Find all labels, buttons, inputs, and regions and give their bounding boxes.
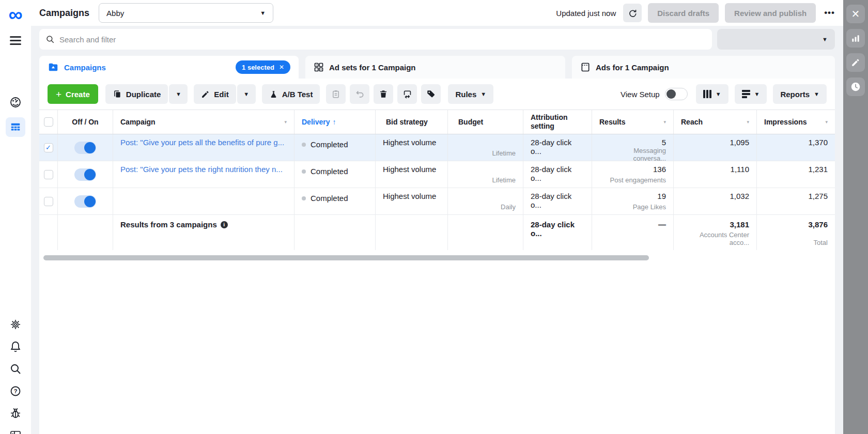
status-dot-icon [302, 196, 306, 200]
clipboard-icon [331, 89, 340, 99]
discard-drafts-button[interactable]: Discard drafts [648, 3, 719, 23]
impressions-cell: 1,370 [757, 134, 835, 161]
table-summary-row: Results from 3 campaigns i 28-day click … [39, 215, 835, 250]
delivery-status: Completed [311, 167, 348, 176]
column-campaign[interactable]: Campaign▾ [113, 110, 295, 134]
impressions-cell: 1,275 [757, 188, 835, 214]
edit-dropdown-button[interactable]: ▼ [237, 84, 256, 104]
tag-icon [426, 89, 436, 99]
help-icon[interactable]: ? [8, 383, 23, 399]
sort-caret-icon: ▾ [747, 119, 749, 125]
campaign-toggle-on[interactable] [74, 142, 96, 154]
sort-caret-icon: ▾ [663, 119, 666, 125]
column-reach[interactable]: Reach▾ [674, 110, 757, 134]
tag-button[interactable] [421, 84, 441, 104]
view-setup-label: View Setup [621, 90, 660, 99]
results-cell: 136Post engagements [592, 161, 674, 188]
tab-adsets[interactable]: Ad sets for 1 Campaign [305, 56, 565, 79]
horizontal-scrollbar[interactable] [43, 255, 649, 260]
more-options-icon[interactable]: ••• [824, 8, 835, 18]
refresh-button[interactable] [623, 4, 642, 22]
column-results[interactable]: Results▾ [592, 110, 674, 134]
ads-page-icon [580, 62, 591, 72]
reports-dropdown[interactable]: Reports ▼ [773, 84, 827, 104]
bid-strategy-cell: Highest volume [376, 188, 448, 214]
bug-report-icon[interactable] [8, 406, 23, 421]
main-content: Campaigns Abby ▼ Updated just now Discar… [31, 0, 843, 434]
info-icon[interactable]: i [221, 221, 228, 228]
column-impressions[interactable]: Impressions▾ [757, 110, 835, 134]
columns-dropdown[interactable]: ▼ [696, 84, 729, 104]
move-button[interactable] [397, 84, 417, 104]
edit-panel-icon[interactable] [846, 53, 865, 72]
trash-icon [379, 89, 388, 99]
close-icon[interactable]: ✕ [846, 5, 865, 23]
campaign-toggle-on[interactable] [74, 168, 96, 181]
menu-icon[interactable] [10, 36, 21, 45]
collapse-panel-icon[interactable] [8, 428, 23, 434]
settings-gear-icon[interactable] [8, 317, 23, 332]
notifications-bell-icon[interactable] [8, 339, 23, 354]
paste-button[interactable] [326, 84, 346, 104]
selection-badge[interactable]: 1 selected ✕ [236, 60, 290, 74]
campaign-name-link[interactable]: Post: "Give your pets the right nutritio… [120, 165, 287, 174]
status-dot-icon [302, 169, 306, 174]
sort-caret-icon: ▾ [825, 119, 828, 125]
search-icon[interactable] [8, 361, 23, 377]
tab-campaigns[interactable]: Campaigns 1 selected ✕ [39, 56, 299, 79]
sort-up-icon: ↑ [332, 118, 336, 126]
column-bid-strategy[interactable]: Bid strategy [376, 110, 448, 134]
rules-dropdown[interactable]: Rules ▼ [448, 84, 493, 104]
summary-label: Results from 3 campaigns [120, 220, 217, 229]
duplicate-button[interactable]: Duplicate [105, 84, 168, 104]
search-icon [45, 35, 55, 44]
account-selector[interactable]: Abby ▼ [99, 3, 273, 23]
tab-campaigns-label: Campaigns [64, 63, 106, 72]
left-sidebar: ∞ [0, 0, 31, 434]
column-attribution[interactable]: Attribution setting [523, 110, 592, 134]
breakdown-icon [742, 90, 750, 98]
edit-button[interactable]: Edit [194, 84, 236, 104]
campaign-name-link[interactable]: Post: "Give your pets all the benefits o… [120, 138, 287, 147]
tab-ads[interactable]: Ads for 1 Campaign [572, 56, 835, 79]
campaigns-panel: + Create Duplicate ▼ Edit [39, 79, 835, 434]
history-clock-icon[interactable] [846, 78, 865, 96]
breakdown-dropdown[interactable]: ▼ [735, 84, 767, 104]
bid-strategy-cell: Highest volume [376, 161, 448, 188]
row-checkbox-checked[interactable]: ✓ [44, 143, 53, 152]
duplicate-icon [113, 89, 122, 99]
undo-button[interactable] [350, 84, 369, 104]
select-all-checkbox[interactable] [44, 117, 53, 127]
budget-cell: Lifetime [448, 161, 523, 188]
table-header: Off / On Campaign▾ Delivery↑ Bid strateg… [39, 110, 835, 134]
column-delivery[interactable]: Delivery↑ [295, 110, 376, 134]
campaign-toggle-on[interactable] [74, 195, 96, 208]
ab-test-button[interactable]: A/B Test [262, 84, 320, 104]
impressions-cell: 1,231 [757, 161, 835, 188]
duplicate-dropdown-button[interactable]: ▼ [169, 84, 188, 104]
search-input[interactable] [59, 35, 706, 44]
tab-adsets-label: Ad sets for 1 Campaign [329, 63, 416, 72]
view-setup-toggle[interactable] [665, 88, 688, 100]
delete-button[interactable] [374, 84, 393, 104]
review-publish-button[interactable]: Review and publish [725, 3, 816, 23]
attribution-cell: 28-day click o... [523, 161, 592, 188]
campaigns-folder-icon [48, 61, 59, 73]
account-overview-icon[interactable] [6, 92, 25, 112]
chevron-down-icon: ▼ [176, 91, 181, 97]
sort-caret-icon: ▾ [284, 119, 287, 125]
filter-dropdown[interactable]: ▼ [717, 29, 835, 50]
search-field[interactable] [39, 29, 712, 50]
row-checkbox[interactable] [44, 197, 53, 206]
clear-selection-icon[interactable]: ✕ [279, 64, 284, 71]
sidebar-item-campaigns[interactable] [6, 117, 25, 137]
insights-chart-icon[interactable] [846, 29, 865, 48]
create-button[interactable]: + Create [48, 84, 98, 104]
meta-logo-icon[interactable]: ∞ [8, 4, 22, 25]
chevron-down-icon: ▼ [814, 91, 819, 97]
column-budget[interactable]: Budget [448, 110, 523, 134]
chevron-down-icon: ▼ [243, 91, 249, 97]
top-bar: Campaigns Abby ▼ Updated just now Discar… [31, 0, 843, 26]
summary-attribution: 28-day click o... [531, 220, 584, 238]
row-checkbox[interactable] [44, 170, 53, 179]
